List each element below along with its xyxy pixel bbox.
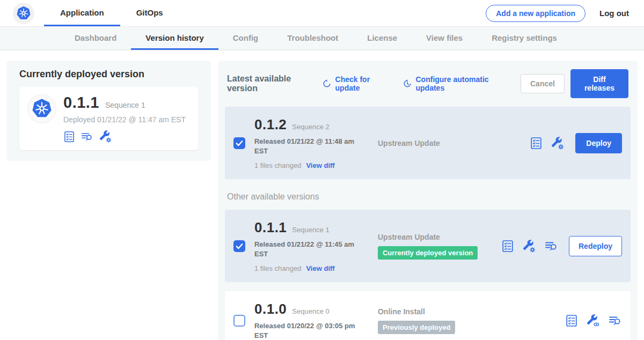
version-source-label: Online Install — [378, 307, 501, 316]
app-logo — [0, 0, 44, 26]
version-number: 0.1.2 — [254, 116, 287, 133]
edit-config-wrench-gear-icon[interactable] — [99, 130, 112, 143]
deployed-timestamp: Deployed 01/21/22 @ 11:47 am EST — [63, 115, 186, 124]
add-new-application-button[interactable]: Add a new application — [486, 5, 586, 22]
edit-config-wrench-gear-icon[interactable] — [551, 136, 565, 150]
release-notes-search-icon[interactable] — [608, 314, 622, 327]
tab-gitops[interactable]: GitOps — [120, 0, 179, 26]
currently-deployed-panel: Currently deployed version 0.1.1 Sequenc… — [6, 61, 211, 161]
subnav-license[interactable]: License — [353, 27, 412, 50]
check-for-update-link[interactable]: Check for update — [322, 75, 389, 92]
cancel-button[interactable]: Cancel — [521, 74, 565, 93]
view-diff-link[interactable]: View diff — [306, 161, 334, 169]
version-number: 0.1.0 — [254, 301, 287, 317]
deploy-button[interactable]: Deploy — [575, 133, 622, 153]
deployed-version-number: 0.1.1 — [63, 94, 99, 112]
currently-deployed-title: Currently deployed version — [19, 69, 198, 80]
preflight-checklist-icon[interactable] — [530, 137, 543, 150]
sequence-label: Sequence 0 — [292, 307, 329, 315]
deployed-sequence-label: Sequence 1 — [105, 101, 145, 109]
version-row-0-1-2: 0.1.2 Sequence 2 Released 01/21/22 @ 11:… — [225, 107, 631, 179]
spacer — [225, 282, 631, 291]
latest-version-title: Latest available version — [227, 74, 313, 93]
released-timestamp: Released 01/21/22 @ 11:48 am EST — [254, 137, 362, 156]
preflight-checklist-icon[interactable] — [565, 314, 578, 327]
auto-update-clock-icon — [402, 79, 412, 88]
kubernetes-logo-icon — [13, 3, 34, 24]
version-source-label: Upstream Update — [378, 139, 501, 147]
refresh-icon — [322, 79, 332, 88]
logout-button[interactable]: Log out — [586, 9, 644, 18]
subnav-registry-settings[interactable]: Registry settings — [477, 27, 572, 50]
release-notes-search-icon[interactable] — [544, 240, 558, 253]
currently-deployed-badge: Currently deployed version — [378, 246, 478, 260]
check-for-update-label: Check for update — [335, 75, 389, 92]
sequence-label: Sequence 1 — [292, 226, 329, 234]
diff-releases-button[interactable]: Diff releases — [570, 69, 628, 98]
preflight-checklist-icon[interactable] — [501, 240, 514, 253]
subnav-dashboard[interactable]: Dashboard — [60, 27, 131, 50]
version-number: 0.1.1 — [254, 219, 287, 236]
other-versions-title: Other available versions — [227, 192, 628, 202]
subnav-troubleshoot[interactable]: Troubleshoot — [273, 27, 353, 50]
files-changed-label: 1 files changed — [254, 161, 301, 169]
edit-config-wrench-gear-icon[interactable] — [522, 239, 536, 253]
version-row-0-1-1: 0.1.1 Sequence 1 Released 01/21/22 @ 11:… — [225, 210, 631, 282]
version-source-label: Upstream Update — [378, 233, 501, 241]
view-diff-link[interactable]: View diff — [306, 264, 334, 272]
kubernetes-app-icon — [28, 95, 56, 123]
version-row-0-1-0: 0.1.0 Sequence 0 Released 01/20/22 @ 03:… — [225, 291, 631, 340]
subnav-view-files[interactable]: View files — [412, 27, 477, 50]
view-config-wrench-eye-icon[interactable] — [586, 314, 600, 328]
subnav-version-history[interactable]: Version history — [131, 27, 218, 50]
redeploy-button[interactable]: Redeploy — [569, 236, 622, 256]
app-sub-nav: Dashboard Version history Config Trouble… — [0, 27, 644, 50]
deployed-version-card: 0.1.1 Sequence 1 Deployed 01/21/22 @ 11:… — [19, 87, 198, 150]
top-bar-right: Add a new application Log out — [486, 0, 644, 26]
sequence-label: Sequence 2 — [292, 123, 329, 131]
tab-application[interactable]: Application — [44, 0, 120, 26]
main-content: Currently deployed version 0.1.1 Sequenc… — [0, 50, 644, 340]
preflight-checklist-icon[interactable] — [63, 131, 75, 143]
previously-deployed-badge: Previously deployed — [378, 321, 455, 334]
top-nav: Application GitOps — [44, 0, 179, 26]
version-checkbox[interactable] — [233, 240, 245, 252]
released-timestamp: Released 01/20/22 @ 03:05 pm EST — [254, 321, 362, 340]
configure-automatic-updates-label: Configure automatic updates — [416, 75, 507, 92]
version-checkbox[interactable] — [233, 315, 245, 327]
released-timestamp: Released 01/21/22 @ 11:45 am EST — [254, 240, 362, 258]
files-changed-label: 1 files changed — [254, 264, 301, 272]
release-notes-search-icon[interactable] — [80, 131, 93, 143]
subnav-config[interactable]: Config — [218, 27, 273, 50]
latest-version-header: Latest available version Check for updat… — [227, 69, 628, 98]
top-bar: Application GitOps Add a new application… — [0, 0, 644, 27]
configure-automatic-updates-link[interactable]: Configure automatic updates — [402, 75, 507, 92]
available-versions-panel: Latest available version Check for updat… — [218, 61, 638, 340]
version-checkbox[interactable] — [233, 137, 245, 149]
